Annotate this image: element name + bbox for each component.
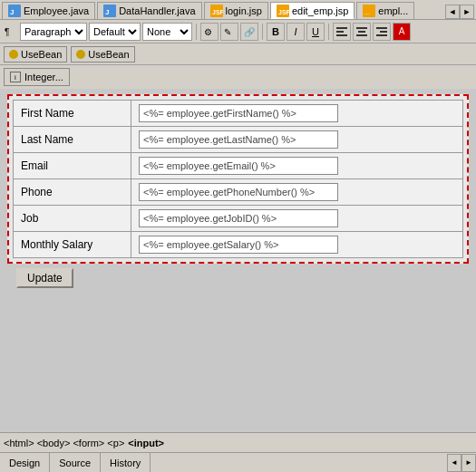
tab-nav-next[interactable]: ► [460,5,474,19]
bottom-tab-history[interactable]: History [101,453,151,472]
svg-text:JSP: JSP [212,9,223,15]
link-icon: 🔗 [243,25,256,38]
indent-btn[interactable]: A [393,23,411,41]
main-content: First Name Last Name Email Phone Job Mon… [0,89,476,432]
integer-button[interactable]: i Integer... [4,68,70,86]
tab-label: Employee.java [24,5,89,16]
update-label: Update [27,272,63,284]
usebean-label-2: UseBean [88,49,129,60]
bold-button[interactable]: B [267,23,285,41]
bottom-tab-history-label: History [110,458,141,468]
align-center-btn[interactable] [353,23,371,41]
toolbar: ¶ Paragraph Default None ⚙ ✎ 🔗 B I U A [0,20,476,43]
style-select[interactable]: Default [89,23,141,41]
file-icon3: ... [363,5,375,17]
field-value-cell [131,101,463,127]
field-input[interactable] [139,183,338,201]
toolbar-btn-2[interactable]: ✎ [220,23,238,41]
svg-rect-22 [358,31,365,33]
field-input[interactable] [139,236,338,254]
align-right-icon [375,25,388,38]
integer-icon: i [10,72,21,82]
tab-nav-prev[interactable]: ◄ [445,5,460,19]
table-row: Monthly Salary [14,232,463,258]
tab-label: edit_emp.jsp [292,5,348,16]
bold-label: B [272,26,279,37]
svg-text:...: ... [364,9,370,15]
update-button[interactable]: Update [16,268,73,288]
usebean-label-1: UseBean [21,49,62,60]
usebean-icon-2 [76,50,85,59]
tab-label: empl... [378,5,408,16]
svg-rect-26 [376,34,387,36]
field-value-cell [131,153,463,179]
svg-rect-24 [376,27,387,29]
separator1 [196,24,197,40]
update-bar: Update [7,264,469,293]
svg-text:J: J [105,8,109,16]
status-bar: <html> <body> <form> <p> <input> [0,432,476,452]
svg-rect-20 [336,34,347,36]
align-center-icon [355,25,368,38]
separator2 [262,24,263,40]
tab-edit-emp-jsp[interactable]: JSP edit_emp.jsp [270,2,355,19]
field-label: Last Name [14,127,131,153]
field-input[interactable] [139,209,338,227]
paint-icon: ✎ [223,25,236,38]
format-select[interactable]: Paragraph [20,23,87,41]
italic-button[interactable]: I [287,23,305,41]
field-value-cell [131,206,463,232]
jsp-file-icon2: JSP [277,5,289,17]
align-left-icon [335,25,348,38]
svg-rect-18 [336,27,347,29]
field-label: Job [14,206,131,232]
scroll-left-btn[interactable]: ◄ [447,454,461,472]
field-value-cell [131,127,463,153]
java-file-icon: J [8,5,21,17]
bottom-tab-source[interactable]: Source [50,453,101,472]
none-select[interactable]: None [142,23,192,41]
field-input[interactable] [139,130,338,149]
tab-login-jsp[interactable]: JSP login.jsp [204,2,268,19]
align-right-btn[interactable] [373,23,391,41]
bottom-tabs: Design Source History ◄ ► [0,452,476,472]
java-file-icon2: J [103,5,116,17]
italic-label: I [294,26,296,37]
usebean-tag-2[interactable]: UseBean [71,46,134,63]
tab-datahandler-java[interactable]: J DataHandler.java [97,2,201,19]
icon-1: ⚙ [203,25,216,38]
tab-label: DataHandler.java [119,5,195,16]
bottom-scroll: ◄ ► [447,454,476,472]
tab-empl[interactable]: ... empl... [356,2,414,19]
bottom-tab-design[interactable]: Design [0,453,50,472]
usebean-tag-1[interactable]: UseBean [4,46,67,63]
form-container: First Name Last Name Email Phone Job Mon… [7,94,469,264]
field-label: Monthly Salary [14,232,131,258]
status-path: <html> <body> <form> <p> [4,438,124,448]
align-left-btn[interactable] [333,23,351,41]
tab-employee-java[interactable]: J Employee.java [2,2,95,19]
underline-button[interactable]: U [306,23,325,41]
svg-text:J: J [10,8,14,16]
underline-label: U [312,26,319,37]
usebean-bar: UseBean UseBean [0,43,476,65]
status-bold: <input> [128,438,164,448]
tab-nav: ◄ ► [445,5,474,19]
svg-text:¶: ¶ [5,27,9,37]
field-input[interactable] [139,157,338,175]
paragraph-icon: ¶ [4,24,18,39]
table-row: Job [14,206,463,232]
table-row: Email [14,153,463,179]
toolbar-btn-1[interactable]: ⚙ [200,23,219,41]
field-value-cell [131,179,463,206]
bottom-tab-source-label: Source [59,458,91,468]
field-label: Phone [14,179,131,206]
field-input[interactable] [139,104,338,122]
svg-rect-19 [336,31,344,33]
usebean-icon-1 [9,50,18,59]
scroll-right-btn[interactable]: ► [461,454,476,472]
toolbar-btn-link[interactable]: 🔗 [240,23,258,41]
field-value-cell [131,232,463,258]
table-row: First Name [14,101,463,127]
tab-label: login.jsp [226,5,262,16]
